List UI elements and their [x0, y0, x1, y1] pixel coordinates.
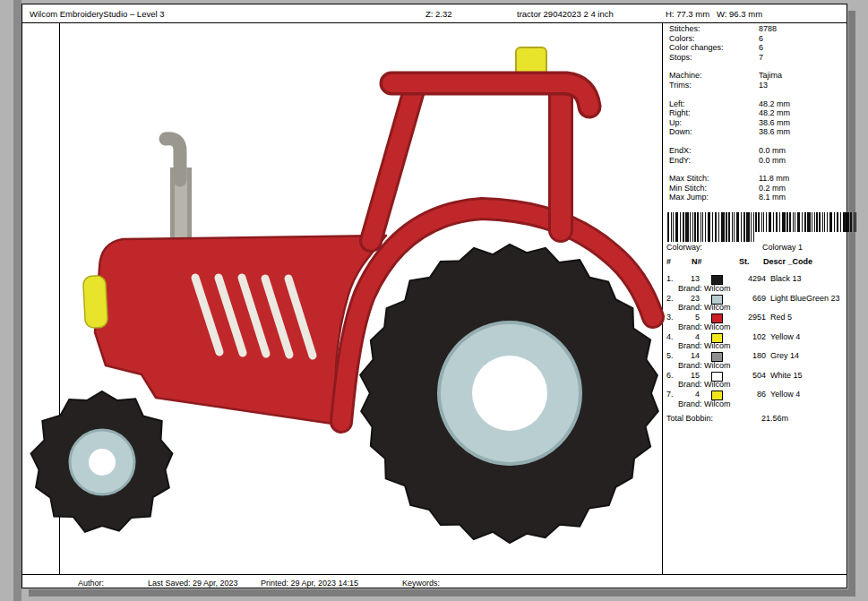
thread-description: Grey 14 — [770, 351, 799, 360]
page-header: Wilcom EmbroideryStudio – Level 3 Z: 2.3… — [22, 4, 847, 23]
stat-value: 6 — [759, 34, 763, 43]
colorway-label: Colorway: — [666, 243, 702, 252]
thread-number: 13 — [682, 274, 700, 283]
row-number: 3. — [666, 313, 674, 322]
stat-label: Machine: — [669, 71, 702, 80]
stat-label: Color changes: — [669, 43, 724, 52]
stat-value: 38.6 mm — [759, 118, 790, 127]
app-title: Wilcom EmbroideryStudio – Level 3 — [30, 9, 164, 19]
zoom-level: Z: 2.32 — [425, 9, 452, 19]
stat-row: EndX:0.0 mm — [664, 146, 847, 156]
thread-row: 1.134294Black 13Brand: Wilcom — [664, 274, 847, 294]
side-light-icon — [82, 275, 107, 328]
col-header-n: N# — [692, 257, 702, 266]
thread-brand: Brand: Wilcom — [678, 303, 731, 312]
thread-brand: Brand: Wilcom — [678, 361, 731, 370]
row-number: 7. — [666, 390, 674, 399]
stat-row: Up:38.6 mm — [664, 118, 847, 128]
barcode — [667, 212, 859, 232]
thread-table-rows: 1.134294Black 13Brand: Wilcom2.23669Ligh… — [664, 274, 847, 409]
stats-list: Stitches:8788Colors:6Color changes:6Stop… — [664, 24, 847, 211]
window-edge-shade — [13, 0, 21, 601]
stat-value: 38.6 mm — [759, 127, 790, 136]
colorway-row: Colorway: Colorway 1 — [664, 243, 847, 253]
stat-value: 8788 — [759, 24, 777, 33]
thread-description: Yellow 4 — [770, 332, 800, 341]
stat-label: Down: — [669, 127, 692, 136]
stat-value: 11.8 mm — [759, 174, 789, 183]
stat-value: 7 — [759, 53, 763, 62]
thread-brand: Brand: Wilcom — [678, 380, 731, 389]
tractor-embroidery-design — [26, 26, 666, 554]
thread-row: 4.4102Yellow 4Brand: Wilcom — [664, 332, 847, 352]
stat-value: 0.2 mm — [759, 184, 786, 193]
stat-row: Machine:Tajima — [664, 71, 847, 81]
stat-label: Colors: — [669, 34, 695, 43]
stat-label: Up: — [669, 118, 682, 127]
stat-row: Stitches:8788 — [664, 24, 847, 34]
stat-group: Max Stitch:11.8 mmMin Stitch:0.2 mmMax J… — [664, 174, 847, 202]
thread-number: 4 — [682, 332, 700, 341]
page-shadow-right — [848, 11, 855, 596]
design-dimensions: H: 77.3 mm W: 96.3 mm — [666, 9, 762, 19]
thread-brand: Brand: Wilcom — [678, 322, 731, 331]
col-header-descr: Descr _Code — [763, 257, 812, 266]
row-number: 1. — [666, 274, 674, 283]
thread-table-header: # N# St. Descr _Code — [664, 257, 847, 268]
stat-value: 8.1 mm — [759, 193, 786, 202]
thread-row: 5.14180Grey 14Brand: Wilcom — [664, 351, 847, 371]
stat-group: Stitches:8788Colors:6Color changes:6Stop… — [664, 24, 847, 62]
design-filename: tractor 29042023 2 4 inch — [517, 9, 614, 19]
stat-label: Trims: — [669, 81, 692, 90]
stat-row: Min Stitch:0.2 mm — [664, 184, 847, 193]
thread-description: White 15 — [770, 371, 803, 380]
stat-value: 48.2 mm — [759, 108, 790, 117]
stat-value: 6 — [759, 43, 763, 52]
barcode-second-row — [667, 232, 757, 242]
colorway-value: Colorway 1 — [762, 243, 803, 252]
keywords-label: Keywords: — [402, 579, 440, 588]
stat-group: Left:48.2 mmRight:48.2 mmUp:38.6 mmDown:… — [664, 99, 847, 137]
stat-label: Right: — [669, 108, 691, 117]
row-number: 5. — [666, 351, 674, 360]
page-shadow-bottom — [29, 589, 855, 597]
stat-row: Color changes:6 — [664, 43, 847, 53]
stat-value: 48.2 mm — [759, 99, 790, 108]
stat-row: Max Jump:8.1 mm — [664, 193, 847, 202]
stitch-count: 180 — [728, 351, 766, 360]
stat-label: EndY: — [669, 156, 691, 165]
stat-label: Stitches: — [669, 24, 700, 33]
thread-number: 4 — [682, 390, 700, 399]
stat-row: Stops:7 — [664, 53, 847, 63]
stitch-count: 2951 — [728, 313, 766, 322]
page-footer: Author: Last Saved: 29 Apr, 2023 Printed… — [22, 574, 847, 589]
stat-value: Tajima — [759, 71, 782, 80]
stat-label: Left: — [669, 99, 685, 108]
stat-label: Stops: — [669, 53, 692, 62]
thread-brand: Brand: Wilcom — [678, 284, 731, 293]
thread-brand: Brand: Wilcom — [678, 399, 731, 408]
col-header-st: St. — [739, 257, 750, 266]
thread-number: 14 — [682, 351, 700, 360]
rear-hub-center — [472, 356, 547, 431]
stat-row: Down:38.6 mm — [664, 127, 847, 137]
stitch-count: 669 — [728, 294, 766, 303]
row-number: 4. — [666, 332, 674, 341]
exhaust-pipe-icon — [166, 139, 181, 245]
stat-value: 0.0 mm — [759, 146, 786, 155]
thread-description: Black 13 — [770, 274, 802, 283]
stat-row: Colors:6 — [664, 34, 847, 44]
last-saved: Last Saved: 29 Apr, 2023 — [148, 579, 238, 588]
thread-row: 2.23669Light BlueGreen 23Brand: Wilcom — [664, 294, 847, 313]
stat-row: Trims:13 — [664, 81, 847, 90]
printed-date: Printed: 29 Apr, 2023 14:15 — [261, 579, 358, 588]
thread-number: 15 — [682, 371, 700, 380]
stat-group: EndX:0.0 mmEndY:0.0 mm — [664, 146, 847, 165]
stat-label: EndX: — [669, 146, 692, 155]
thread-number: 5 — [682, 313, 700, 322]
stat-label: Max Jump: — [669, 193, 709, 202]
stat-group: Machine:TajimaTrims:13 — [664, 71, 847, 90]
stat-row: EndY:0.0 mm — [664, 156, 847, 166]
stitch-count: 504 — [728, 371, 766, 380]
thread-description: Red 5 — [770, 313, 792, 322]
